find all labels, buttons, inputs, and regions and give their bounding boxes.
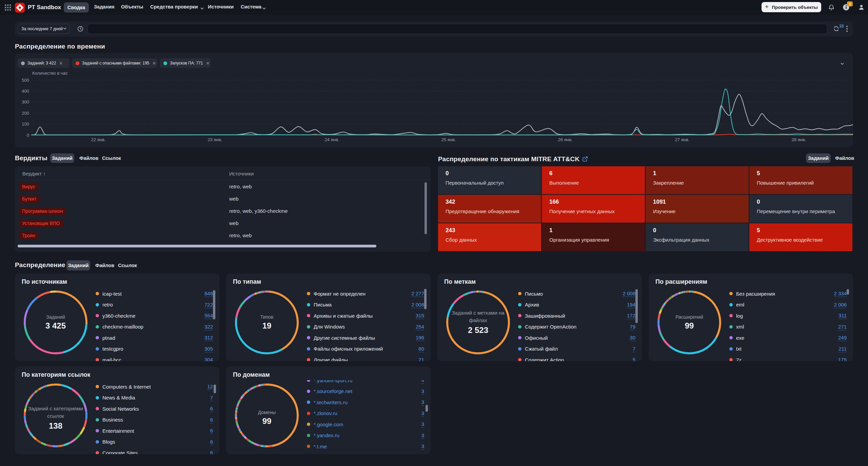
svg-text:25 янв.: 25 янв. [441, 137, 456, 142]
svg-text:22 янв.: 22 янв. [91, 137, 106, 142]
svg-text:200: 200 [22, 111, 29, 116]
svg-text:400: 400 [22, 89, 29, 94]
svg-text:23 янв.: 23 янв. [208, 137, 222, 142]
svg-text:26 янв.: 26 янв. [558, 137, 573, 142]
svg-text:24 янв.: 24 янв. [325, 137, 339, 142]
svg-text:0: 0 [27, 133, 29, 138]
svg-text:500: 500 [22, 78, 29, 83]
svg-text:Количество в час: Количество в час [32, 71, 68, 76]
svg-text:28 янв.: 28 янв. [792, 137, 806, 142]
svg-text:300: 300 [22, 99, 29, 105]
svg-text:27 янв.: 27 янв. [675, 137, 690, 142]
svg-text:100: 100 [22, 122, 29, 127]
